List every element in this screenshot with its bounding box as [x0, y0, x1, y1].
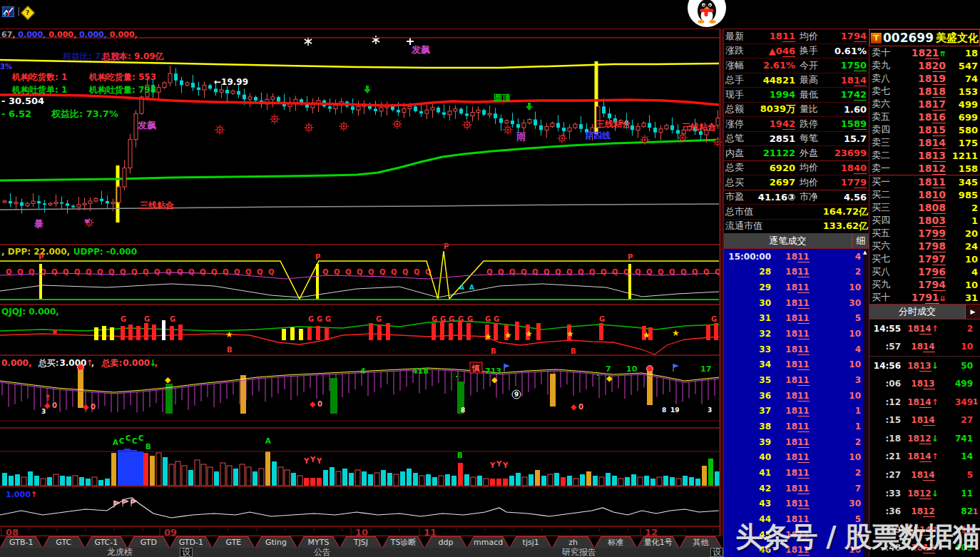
chart-label: A	[265, 437, 271, 445]
chart-label: ◆	[310, 399, 316, 409]
tab-gtc[interactable]: GTC	[43, 536, 86, 548]
ts-volume: 11	[945, 489, 973, 499]
bottom-link-研究报告[interactable]: 研究报告	[562, 548, 596, 557]
tab-zh[interactable]: zh	[552, 536, 595, 548]
level-label: 买二	[872, 188, 899, 201]
ts-time: :06	[871, 379, 901, 389]
price-chart[interactable]: 权益比: 73.7%总股本: 9.09亿机构吃货数: 1机构吃货量: 553机构…	[0, 29, 723, 536]
stock-code: 002699	[883, 31, 934, 45]
tab-gtc-1[interactable]: GTC-1	[85, 536, 128, 548]
chart-label: ◆	[165, 375, 171, 384]
ts-price: 1812↓	[901, 489, 945, 499]
tab-gtd[interactable]: GTD	[128, 536, 170, 548]
scroll-up-icon[interactable]: ▲	[863, 250, 867, 255]
bottom-link-设[interactable]: 设	[710, 548, 723, 557]
bid-level-row[interactable]: 买八17964	[869, 265, 980, 278]
bottom-link-公告[interactable]: 公告	[314, 548, 331, 557]
ask-level-row[interactable]: 卖二18131211	[869, 149, 980, 162]
tick-volume: 3	[824, 375, 861, 385]
quote-label: 均价	[795, 161, 824, 174]
chart-label: ◆	[491, 375, 498, 384]
bid-level-row[interactable]: 买五179920	[869, 227, 980, 240]
level-label: 买四	[872, 214, 899, 227]
tab-gtd-1[interactable]: GTD-1	[170, 536, 213, 548]
double-down-icon: ⇊	[940, 295, 946, 302]
time-sales-row: :57181410	[869, 338, 980, 357]
tick-row: 4118112	[724, 465, 869, 481]
tab-mmacd[interactable]: mmacd	[467, 536, 510, 548]
quote-value: 2697	[751, 177, 795, 188]
quote-label: 市净	[795, 190, 824, 203]
quote-label: 均价	[795, 30, 824, 43]
bid-level-row[interactable]: 买七179710	[869, 252, 980, 265]
chart-label: 0.000	[123, 358, 150, 368]
tick-price: 1811	[771, 484, 824, 494]
chart-label: Q	[532, 268, 539, 276]
bid-level-row[interactable]: 买六179824	[869, 240, 980, 252]
tab-tjsj1[interactable]: tjsj1	[509, 536, 552, 548]
time-sales-row: :2718145	[869, 466, 980, 484]
chart-label: ◆	[606, 374, 613, 383]
trading-terminal-window: | ? 67, 0.000, 0.000, 0.000, 0.000, 权益比:…	[0, 0, 980, 557]
ask-level-row[interactable]: 卖一1812158	[869, 162, 980, 175]
tab-tjsj[interactable]: TJSJ	[340, 536, 382, 548]
tab-label: TJSJ	[340, 536, 382, 548]
chart-label: Q	[268, 268, 275, 276]
chart-label: ★	[672, 328, 680, 338]
chart-label: Q	[345, 268, 352, 276]
chart-label: 10	[355, 527, 368, 536]
chart-label: Q	[334, 268, 340, 276]
tab-gte[interactable]: GTE	[213, 536, 255, 548]
bottom-link-设[interactable]: 设	[180, 548, 193, 557]
tab-标准[interactable]: 标准	[594, 536, 637, 548]
help-diamond-icon[interactable]: ?	[21, 6, 35, 20]
tab-ddp[interactable]: ddp	[424, 536, 467, 548]
chart-label: Q	[543, 268, 550, 276]
quote-row: 涨幅2.61%今开1750	[724, 58, 869, 73]
time-sales-more-button[interactable]: ▶	[965, 305, 980, 319]
bottom-link-龙虎榜[interactable]: 龙虎榜	[107, 548, 133, 557]
chart-label: Q	[601, 268, 607, 276]
chart-label: ◆	[83, 402, 89, 412]
ask-level-row[interactable]: 卖七1818153	[869, 85, 980, 98]
tab-其他[interactable]: 其他	[680, 536, 723, 548]
quote-label: 总额	[725, 103, 751, 116]
chart-label: 机构吃货量: 553	[88, 72, 156, 82]
tick-time: 37	[727, 406, 771, 416]
ts-volume: 14	[945, 451, 973, 461]
bid-level-row[interactable]: 买九179410	[869, 278, 980, 291]
bid-level-row[interactable]: 买四18031	[869, 214, 980, 227]
tick-time: 43	[727, 499, 771, 509]
level-price: 1813	[899, 150, 946, 161]
ask-level-row[interactable]: 卖五1816699	[869, 111, 980, 123]
tab-量化1号[interactable]: 量化1号	[637, 536, 680, 548]
tab-gtb-1[interactable]: GTB-1	[0, 536, 43, 548]
tab-gting[interactable]: Gting	[255, 536, 297, 548]
tab-myts[interactable]: MYTS	[297, 536, 340, 548]
chart-label: Q	[402, 268, 409, 276]
ask-level-row[interactable]: 卖三1814175	[869, 136, 980, 149]
mini-chart-icon[interactable]	[2, 6, 14, 17]
bid-level-row[interactable]: 买三18082	[869, 201, 980, 214]
time-sales-row: 14:551814↑2	[869, 320, 980, 338]
bid-level-row[interactable]: 买二1810985	[869, 188, 980, 201]
title-bar: | ?	[0, 0, 980, 29]
tab-ts诊断[interactable]: TS诊断	[382, 536, 425, 548]
chart-label: G	[432, 315, 437, 323]
chart-label: 1.000	[6, 490, 31, 499]
bottom-link-bar: 龙虎榜设公告研究报告设	[0, 548, 723, 557]
level-volume: 699	[946, 112, 978, 123]
ask-level-row[interactable]: 卖十1821⇈18	[869, 46, 980, 59]
level-volume: 158	[946, 163, 978, 174]
ask-level-row[interactable]: 卖六1817499	[869, 98, 980, 111]
bid-level-row[interactable]: 买一1811345	[869, 175, 980, 188]
tab-label: GTD-1	[170, 536, 213, 548]
ask-level-row[interactable]: 卖八181974	[869, 72, 980, 85]
tick-row: 32181110	[724, 326, 869, 342]
ask-level-row[interactable]: 卖四1815580	[869, 123, 980, 136]
status-value: 0.000,	[18, 30, 49, 39]
detail-button[interactable]: 细	[852, 233, 869, 248]
bid-level-row[interactable]: 买十1791⇊31	[869, 291, 980, 304]
ask-level-row[interactable]: 卖九1820547	[869, 59, 980, 72]
ts-time: :21	[871, 451, 901, 461]
